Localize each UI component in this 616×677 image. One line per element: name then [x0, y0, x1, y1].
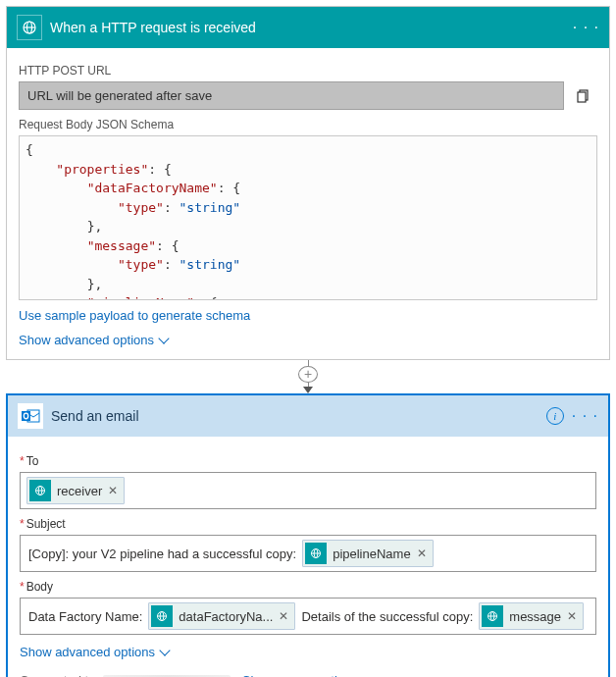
dynamic-token[interactable]: message✕ [479, 602, 584, 630]
chevron-down-icon [159, 645, 170, 655]
schema-label: Request Body JSON Schema [19, 118, 597, 131]
arrow-down-icon [303, 387, 313, 393]
url-input[interactable]: URL will be generated after save [19, 81, 564, 110]
subject-label: *Subject [20, 517, 596, 531]
email-menu-button[interactable]: · · · [572, 411, 598, 421]
schema-textarea[interactable]: { "properties": { "dataFactoryName": { "… [19, 135, 597, 300]
http-trigger-card: When a HTTP request is received · · · HT… [6, 6, 610, 360]
svg-rect-4 [578, 92, 586, 102]
http-card-title: When a HTTP request is received [50, 20, 573, 35]
connector: + [6, 360, 610, 393]
token-label: pipelineName [333, 547, 411, 561]
body-label: *Body [20, 580, 596, 594]
email-advanced-options-link[interactable]: Show advanced options [20, 645, 169, 659]
subject-input[interactable]: [Copy]: your V2 pipeline had a successfu… [20, 535, 596, 572]
token-label: receiver [57, 484, 102, 498]
body-input[interactable]: Data Factory Name:dataFactoryNa...✕Detai… [20, 598, 596, 635]
copy-url-button[interactable] [570, 81, 597, 110]
http-card-body: HTTP POST URL URL will be generated afte… [7, 48, 609, 359]
dynamic-token[interactable]: receiver✕ [26, 477, 125, 504]
remove-token-button[interactable]: ✕ [567, 609, 577, 623]
copy-icon [576, 88, 591, 104]
to-input[interactable]: receiver✕ [20, 472, 596, 509]
dynamic-token[interactable]: pipelineName✕ [302, 540, 434, 567]
email-card-title: Send an email [51, 408, 546, 424]
change-connection-link[interactable]: Change connection. [241, 673, 355, 677]
info-icon[interactable]: i [546, 407, 564, 425]
http-advanced-options-link[interactable]: Show advanced options [19, 333, 168, 347]
url-label: HTTP POST URL [19, 64, 597, 78]
to-label: *To [20, 454, 596, 468]
token-label: dataFactoryNa... [179, 609, 273, 624]
remove-token-button[interactable]: ✕ [108, 484, 118, 497]
connected-label: Connected to [20, 673, 95, 677]
add-step-button[interactable]: + [298, 366, 318, 383]
svg-rect-6 [22, 411, 30, 421]
input-text: [Copy]: your V2 pipeline had a successfu… [26, 544, 298, 564]
dynamic-token[interactable]: dataFactoryNa...✕ [148, 602, 295, 630]
remove-token-button[interactable]: ✕ [417, 547, 427, 560]
http-icon [151, 605, 173, 627]
email-card-body: *To receiver✕ *Subject [Copy]: your V2 p… [8, 437, 608, 677]
http-menu-button[interactable]: · · · [573, 23, 599, 32]
token-label: message [509, 609, 561, 624]
http-card-header[interactable]: When a HTTP request is received · · · [7, 7, 609, 48]
input-text: Details of the successful copy: [299, 606, 475, 627]
input-text: Data Factory Name: [26, 606, 144, 627]
sample-payload-link[interactable]: Use sample payload to generate schema [19, 308, 250, 323]
http-icon [17, 15, 42, 40]
email-action-card: Send an email i · · · *To receiver✕ *Sub… [6, 393, 610, 677]
outlook-icon [18, 403, 43, 429]
connection-footer: Connected to . Change connection. [20, 673, 596, 677]
http-icon [305, 543, 327, 564]
chevron-down-icon [158, 333, 169, 343]
http-icon [482, 605, 503, 627]
email-card-header[interactable]: Send an email i · · · [8, 395, 608, 437]
remove-token-button[interactable]: ✕ [279, 609, 288, 623]
http-icon [29, 480, 51, 501]
